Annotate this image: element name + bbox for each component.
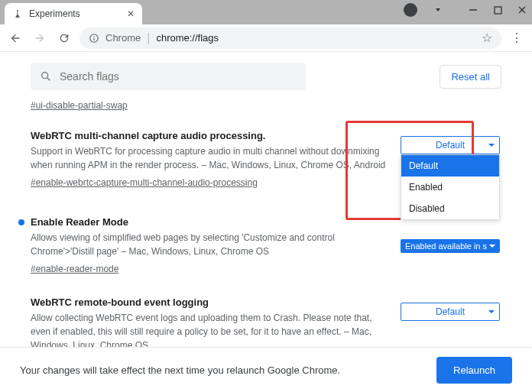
select-value: Enabled available in s bbox=[405, 241, 487, 251]
dropdown-option[interactable]: Enabled bbox=[401, 177, 499, 198]
address-bar[interactable]: Chrome | chrome://flags ☆ bbox=[79, 28, 501, 49]
flag-item: WebRTC remote-bound event logging Allow … bbox=[31, 296, 501, 348]
modified-indicator-dot bbox=[18, 219, 24, 225]
footer-message: Your changes will take effect the next t… bbox=[20, 364, 340, 376]
info-icon bbox=[89, 33, 99, 44]
forward-button[interactable] bbox=[31, 29, 49, 47]
omnibox-separator: | bbox=[147, 31, 150, 45]
previous-flag-link[interactable]: #ui-disable-partial-swap bbox=[31, 100, 128, 111]
browser-toolbar: Chrome | chrome://flags ☆ ⋮ bbox=[0, 24, 532, 52]
flag-select[interactable]: Enabled available in s bbox=[401, 239, 500, 253]
flag-title: WebRTC multi-channel capture audio proce… bbox=[31, 130, 388, 141]
flag-item: Enable Reader Mode Allows viewing of sim… bbox=[31, 216, 501, 275]
relaunch-footer: Your changes will take effect the next t… bbox=[0, 348, 532, 392]
flag-description: Allow collecting WebRTC event logs and u… bbox=[31, 311, 388, 348]
flask-icon bbox=[12, 8, 23, 19]
omnibox-prefix: Chrome bbox=[105, 32, 141, 44]
flag-select[interactable]: Default bbox=[401, 136, 500, 154]
select-dropdown: Default Enabled Disabled bbox=[401, 154, 500, 220]
kebab-menu-icon[interactable]: ⋮ bbox=[508, 31, 526, 45]
close-icon[interactable]: ✕ bbox=[127, 8, 135, 19]
back-button[interactable] bbox=[6, 29, 24, 47]
svg-line-8 bbox=[47, 78, 50, 80]
bookmark-star-icon[interactable]: ☆ bbox=[482, 31, 492, 45]
omnibox-url: chrome://flags bbox=[156, 32, 219, 44]
window-close-button[interactable] bbox=[517, 5, 527, 15]
flag-select[interactable]: Default bbox=[401, 303, 500, 321]
page-content: Reset all #ui-disable-partial-swap WebRT… bbox=[0, 52, 532, 348]
search-flags-box[interactable] bbox=[31, 63, 306, 90]
svg-point-5 bbox=[93, 35, 94, 36]
tab-title: Experiments bbox=[29, 8, 121, 19]
minimize-button[interactable] bbox=[468, 5, 478, 15]
search-input[interactable] bbox=[60, 70, 297, 83]
account-icon bbox=[404, 3, 417, 17]
browser-tab[interactable]: Experiments ✕ bbox=[5, 3, 142, 24]
maximize-button[interactable] bbox=[492, 5, 503, 15]
flag-title: Enable Reader Mode bbox=[31, 216, 388, 228]
select-value: Default bbox=[436, 140, 465, 151]
svg-rect-1 bbox=[495, 7, 501, 14]
account-menu[interactable] bbox=[404, 3, 440, 17]
flag-anchor-link[interactable]: #enable-webrtc-capture-multi-channel-aud… bbox=[31, 177, 258, 188]
dropdown-option[interactable]: Disabled bbox=[401, 198, 499, 219]
dropdown-option[interactable]: Default bbox=[401, 155, 499, 177]
window-titlebar: Experiments ✕ bbox=[0, 0, 532, 24]
chevron-down-icon bbox=[489, 245, 495, 248]
svg-point-7 bbox=[42, 73, 48, 79]
flag-description: Support in WebRTC for processing capture… bbox=[31, 144, 388, 172]
chevron-down-icon bbox=[436, 8, 440, 11]
search-icon bbox=[40, 70, 52, 83]
chevron-down-icon bbox=[488, 310, 495, 313]
flag-description: Allows viewing of simplified web pages b… bbox=[31, 231, 388, 258]
flag-anchor-link[interactable]: #enable-reader-mode bbox=[31, 264, 118, 274]
reload-button[interactable] bbox=[55, 29, 73, 47]
reset-all-button[interactable]: Reset all bbox=[440, 65, 501, 89]
flag-item: WebRTC multi-channel capture audio proce… bbox=[31, 130, 501, 189]
flag-title: WebRTC remote-bound event logging bbox=[31, 296, 388, 308]
chevron-down-icon bbox=[488, 144, 495, 147]
svg-rect-6 bbox=[93, 37, 94, 40]
relaunch-button[interactable]: Relaunch bbox=[436, 357, 512, 384]
select-value: Default bbox=[436, 306, 465, 317]
